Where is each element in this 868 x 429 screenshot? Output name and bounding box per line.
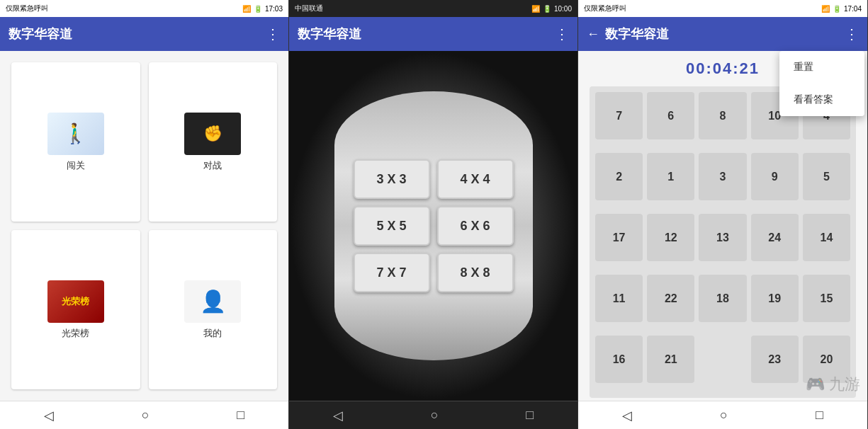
game-mode-selection: 3 X 3 4 X 4 5 X 5 6 X 6 7 X 7 8 X 8 xyxy=(289,51,577,401)
status-right-3: 📶 🔋 17:04 xyxy=(821,5,862,13)
puzzle-area: 768104213951712132414112218191516212320 xyxy=(578,84,867,401)
grid-row-1: 5 X 5 6 X 6 xyxy=(354,206,514,246)
status-left-3: 仅限紧急呼叫 xyxy=(584,4,626,13)
mode-3x3[interactable]: 3 X 3 xyxy=(354,159,430,199)
menu-label-guangronbang: 光荣榜 xyxy=(62,327,89,340)
wode-icon: 👤 xyxy=(184,280,241,323)
puzzle-cell-4-4[interactable]: 20 xyxy=(803,336,850,383)
mode-5x5[interactable]: 5 X 5 xyxy=(354,206,430,246)
metal-background: 3 X 3 4 X 4 5 X 5 6 X 6 7 X 7 8 X 8 xyxy=(334,91,533,360)
puzzle-cell-4-2[interactable] xyxy=(699,336,746,383)
status-right-1: 📶 🔋 17:03 xyxy=(242,5,283,13)
menu-label-wode: 我的 xyxy=(203,327,222,340)
nav-recents-1[interactable]: □ xyxy=(237,408,244,423)
nav-recents-3[interactable]: □ xyxy=(816,408,823,423)
puzzle-cell-3-1[interactable]: 22 xyxy=(647,275,694,322)
screen-3: 仅限紧急呼叫 📶 🔋 17:04 ← 数字华容道 ⋮ 重置 看看答案 00:04… xyxy=(578,0,868,429)
battery-icon-3: 🔋 xyxy=(833,5,841,13)
status-bar-3: 仅限紧急呼叫 📶 🔋 17:04 xyxy=(578,0,867,17)
nav-home-2[interactable]: ○ xyxy=(431,408,439,423)
menu-img-duizhan: ✊ xyxy=(184,113,241,155)
screen-1: 仅限紧急呼叫 📶 🔋 17:03 数字华容道 ⋮ 🚶‍♂️ 闯关 ✊ 对战 光荣… xyxy=(0,0,289,429)
menu-img-wode: 👤 xyxy=(184,280,241,323)
puzzle-cell-1-1[interactable]: 1 xyxy=(647,153,694,200)
menu-item-guanmen[interactable]: 🚶‍♂️ 闯关 xyxy=(11,62,140,222)
bottom-nav-2: ◁ ○ □ xyxy=(289,401,577,429)
mode-7x7[interactable]: 7 X 7 xyxy=(354,253,430,292)
app-title-2: 数字华容道 xyxy=(298,25,555,42)
nav-recents-2[interactable]: □ xyxy=(526,408,534,423)
status-bar-2: 中国联通 📶 🔋 10:00 xyxy=(289,0,577,17)
nav-home-3[interactable]: ○ xyxy=(720,408,728,423)
puzzle-cell-1-4[interactable]: 5 xyxy=(803,153,850,200)
puzzle-cell-2-2[interactable]: 13 xyxy=(699,214,746,261)
mode-8x8[interactable]: 8 X 8 xyxy=(437,253,514,292)
mode-6x6[interactable]: 6 X 6 xyxy=(437,206,514,246)
wifi-icon-3: 📶 xyxy=(821,5,830,13)
bottom-nav-3: ◁ ○ □ xyxy=(578,401,867,429)
app-bar-3: ← 数字华容道 ⋮ 重置 看看答案 xyxy=(578,17,867,51)
dropdown-menu: 重置 看看答案 xyxy=(779,51,864,116)
grid-row-0: 3 X 3 4 X 4 xyxy=(354,159,514,199)
menu-img-guanmen: 🚶‍♂️ xyxy=(47,113,104,155)
nav-home-1[interactable]: ○ xyxy=(142,408,150,423)
puzzle-cell-0-1[interactable]: 6 xyxy=(647,92,694,139)
puzzle-cell-2-4[interactable]: 14 xyxy=(803,214,850,261)
puzzle-cell-0-2[interactable]: 8 xyxy=(699,92,746,139)
duizhan-icon: ✊ xyxy=(184,113,241,155)
grid-row-2: 7 X 7 8 X 8 xyxy=(354,253,514,292)
guangronbang-icon: 光荣榜 xyxy=(47,280,104,323)
nav-back-1[interactable]: ◁ xyxy=(44,408,54,423)
time-1: 17:03 xyxy=(265,5,283,13)
menu-label-guanmen: 闯关 xyxy=(67,159,85,172)
puzzle-cell-4-0[interactable]: 16 xyxy=(595,336,643,383)
menu-img-guangronbang: 光荣榜 xyxy=(47,280,104,323)
menu-icon-1[interactable]: ⋮ xyxy=(266,25,280,42)
menu-item-wode[interactable]: 👤 我的 xyxy=(149,230,278,389)
puzzle-cell-2-1[interactable]: 12 xyxy=(647,214,694,261)
app-title-1: 数字华容道 xyxy=(9,25,266,42)
guanmen-icon: 🚶‍♂️ xyxy=(47,113,104,155)
dropdown-answer[interactable]: 看看答案 xyxy=(779,84,864,116)
puzzle-cell-1-0[interactable]: 2 xyxy=(595,153,643,200)
menu-item-guangronbang[interactable]: 光荣榜 光荣榜 xyxy=(11,230,140,389)
time-3: 17:04 xyxy=(844,5,862,13)
puzzle-cell-3-0[interactable]: 11 xyxy=(595,275,643,322)
puzzle-cell-3-2[interactable]: 18 xyxy=(699,275,746,322)
status-right-2: 📶 🔋 10:00 xyxy=(531,5,572,13)
wifi-icon-2: 📶 xyxy=(531,5,540,13)
menu-label-duizhan: 对战 xyxy=(203,159,222,172)
puzzle-cell-4-1[interactable]: 21 xyxy=(647,336,694,383)
dropdown-reset[interactable]: 重置 xyxy=(779,51,864,84)
menu-icon-3[interactable]: ⋮ xyxy=(845,25,859,42)
puzzle-cell-2-0[interactable]: 17 xyxy=(595,214,643,261)
puzzle-cell-2-3[interactable]: 24 xyxy=(751,214,799,261)
app-bar-1: 数字华容道 ⋮ xyxy=(0,17,288,51)
main-menu: 🚶‍♂️ 闯关 ✊ 对战 光荣榜 光荣榜 👤 我的 xyxy=(0,51,288,401)
bottom-nav-1: ◁ ○ □ xyxy=(0,401,288,429)
mode-4x4[interactable]: 4 X 4 xyxy=(437,159,514,199)
status-left-1: 仅限紧急呼叫 xyxy=(6,4,48,13)
app-bar-2: 数字华容道 ⋮ xyxy=(289,17,577,51)
nav-back-2[interactable]: ◁ xyxy=(333,408,343,423)
status-left-2: 中国联通 xyxy=(295,4,323,13)
puzzle-cell-3-3[interactable]: 19 xyxy=(751,275,799,322)
battery-icon-2: 🔋 xyxy=(543,5,551,13)
puzzle-cell-1-3[interactable]: 9 xyxy=(751,153,799,200)
time-2: 10:00 xyxy=(554,5,572,13)
puzzle-cell-4-3[interactable]: 23 xyxy=(751,336,799,383)
battery-icon: 🔋 xyxy=(254,5,262,13)
menu-icon-2[interactable]: ⋮ xyxy=(555,25,569,42)
puzzle-board: 768104213951712132414112218191516212320 xyxy=(590,86,856,398)
status-bar-1: 仅限紧急呼叫 📶 🔋 17:03 xyxy=(0,0,288,17)
puzzle-cell-3-4[interactable]: 15 xyxy=(803,275,850,322)
back-button-3[interactable]: ← xyxy=(587,27,599,42)
app-title-3: 数字华容道 xyxy=(605,25,845,42)
puzzle-cell-0-0[interactable]: 7 xyxy=(595,92,643,139)
screen-2: 中国联通 📶 🔋 10:00 数字华容道 ⋮ 3 X 3 4 X 4 5 X 5… xyxy=(289,0,578,429)
wifi-icon: 📶 xyxy=(242,5,251,13)
puzzle-cell-1-2[interactable]: 3 xyxy=(699,153,746,200)
menu-item-duizhan[interactable]: ✊ 对战 xyxy=(149,62,278,222)
nav-back-3[interactable]: ◁ xyxy=(622,408,632,423)
